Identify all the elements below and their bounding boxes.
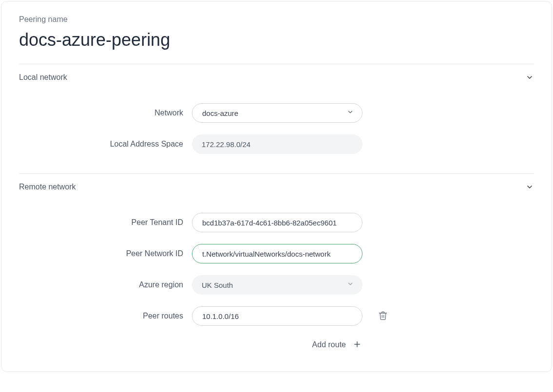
azure-region-select-value: UK South bbox=[202, 281, 233, 289]
peering-name-label: Peering name bbox=[19, 15, 534, 24]
local-network-title: Local network bbox=[19, 73, 67, 82]
network-select[interactable]: docs-azure bbox=[192, 103, 362, 123]
add-route-row: Add route bbox=[19, 336, 362, 350]
remote-network-title: Remote network bbox=[19, 183, 76, 191]
peering-name-value: docs-azure-peering bbox=[19, 30, 534, 50]
add-route-button[interactable] bbox=[352, 339, 362, 350]
local-address-space-value: 172.22.98.0/24 bbox=[192, 134, 362, 154]
delete-route-button[interactable] bbox=[376, 309, 390, 324]
chevron-down-icon bbox=[525, 73, 534, 82]
local-network-body: Network docs-azure Local Address Space 1… bbox=[19, 88, 534, 173]
azure-region-select[interactable]: UK South bbox=[192, 275, 362, 295]
remote-network-body: Peer Tenant ID Peer Network ID Azure reg… bbox=[19, 197, 534, 352]
plus-icon bbox=[353, 340, 362, 350]
add-route-label: Add route bbox=[312, 340, 346, 349]
network-label: Network bbox=[19, 109, 192, 117]
peer-routes-label: Peer routes bbox=[19, 312, 192, 320]
peer-tenant-id-input[interactable] bbox=[192, 213, 362, 232]
remote-network-header[interactable]: Remote network bbox=[19, 174, 534, 197]
local-network-header[interactable]: Local network bbox=[19, 64, 534, 88]
peer-network-id-input[interactable] bbox=[192, 244, 362, 263]
peer-tenant-id-label: Peer Tenant ID bbox=[19, 218, 192, 227]
trash-icon bbox=[378, 311, 388, 322]
chevron-down-icon bbox=[525, 183, 534, 191]
peer-route-input[interactable] bbox=[192, 306, 362, 326]
azure-region-label: Azure region bbox=[19, 280, 192, 289]
peering-form-card: Peering name docs-azure-peering Local ne… bbox=[1, 1, 552, 372]
network-select-value: docs-azure bbox=[202, 109, 238, 117]
peer-network-id-label: Peer Network ID bbox=[19, 249, 192, 258]
local-address-space-label: Local Address Space bbox=[19, 140, 192, 149]
